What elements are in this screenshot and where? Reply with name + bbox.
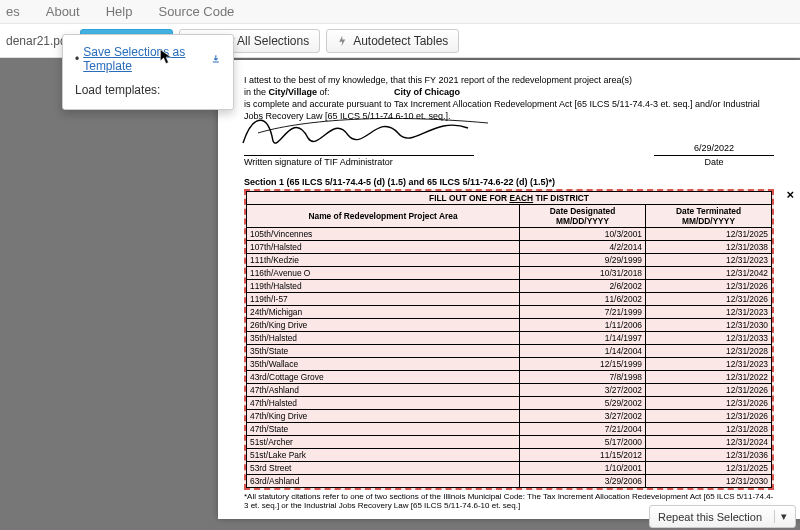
- table-row: 107th/Halsted4/2/201412/31/2038: [247, 240, 772, 253]
- cell-designated: 11/6/2002: [520, 292, 646, 305]
- autodetect-button[interactable]: Autodetect Tables: [326, 29, 459, 53]
- table-row: 105th/Vincennes10/3/200112/31/2025: [247, 227, 772, 240]
- nav-source[interactable]: Source Code: [158, 4, 234, 19]
- cell-designated: 12/15/1999: [520, 357, 646, 370]
- table-row: 35th/Wallace12/15/199912/31/2023: [247, 357, 772, 370]
- nav-help[interactable]: Help: [106, 4, 133, 19]
- pdf-page: I attest to the best of my knowledge, th…: [218, 60, 800, 519]
- cursor-icon: [159, 49, 173, 65]
- cell-name: 116th/Avenue O: [247, 266, 520, 279]
- cell-terminated: 12/31/2028: [646, 422, 772, 435]
- table-row: 43rd/Cottage Grove7/8/199812/31/2022: [247, 370, 772, 383]
- attest-line1: I attest to the best of my knowledge, th…: [244, 74, 774, 86]
- cell-designated: 5/17/2000: [520, 435, 646, 448]
- download-icon: [211, 53, 221, 65]
- table-selection-region[interactable]: FILL OUT ONE FOR EACH TIF DISTRICT Name …: [244, 189, 774, 490]
- cell-designated: 11/15/2012: [520, 448, 646, 461]
- cell-name: 35th/Halsted: [247, 331, 520, 344]
- cell-designated: 4/2/2014: [520, 240, 646, 253]
- table-row: 47th/Ashland3/27/200212/31/2026: [247, 383, 772, 396]
- cell-name: 53rd Street: [247, 461, 520, 474]
- table-title: FILL OUT ONE FOR EACH TIF DISTRICT: [247, 191, 772, 204]
- cell-designated: 1/14/2004: [520, 344, 646, 357]
- cell-designated: 3/27/2002: [520, 383, 646, 396]
- cell-designated: 3/29/2006: [520, 474, 646, 487]
- table-row: 63rd/Ashland3/29/200612/31/2030: [247, 474, 772, 487]
- cell-name: 107th/Halsted: [247, 240, 520, 253]
- repeat-selection-group: Repeat this Selection ▾: [649, 505, 796, 528]
- cell-designated: 3/27/2002: [520, 409, 646, 422]
- templates-dropdown: • Save Selections as Template Load templ…: [62, 34, 234, 110]
- signature-line-label: Written signature of TIF Administrator: [244, 155, 474, 167]
- cell-terminated: 12/31/2024: [646, 435, 772, 448]
- cell-terminated: 12/31/2038: [646, 240, 772, 253]
- signature-area: Written signature of TIF Administrator 6…: [244, 143, 774, 167]
- cell-terminated: 12/31/2030: [646, 318, 772, 331]
- table-row: 119th/I-5711/6/200212/31/2026: [247, 292, 772, 305]
- table-row: 51st/Archer5/17/200012/31/2024: [247, 435, 772, 448]
- cell-terminated: 12/31/2028: [646, 344, 772, 357]
- cell-terminated: 12/31/2023: [646, 305, 772, 318]
- workspace: I attest to the best of my knowledge, th…: [0, 58, 800, 530]
- table-row: 47th/State7/21/200412/31/2028: [247, 422, 772, 435]
- nav-files[interactable]: es: [6, 4, 20, 19]
- cell-terminated: 12/31/2025: [646, 461, 772, 474]
- cell-terminated: 12/31/2026: [646, 396, 772, 409]
- cell-terminated: 12/31/2026: [646, 279, 772, 292]
- load-templates-label: Load templates:: [75, 83, 221, 97]
- cell-terminated: 12/31/2022: [646, 370, 772, 383]
- cell-designated: 1/11/2006: [520, 318, 646, 331]
- cell-designated: 9/29/1999: [520, 253, 646, 266]
- city-name: City of Chicago: [332, 86, 522, 98]
- tif-table: FILL OUT ONE FOR EACH TIF DISTRICT Name …: [246, 191, 772, 488]
- section-1-heading: Section 1 (65 ILCS 5/11-74.4-5 (d) (1.5)…: [244, 177, 774, 187]
- cell-terminated: 12/31/2025: [646, 227, 772, 240]
- cell-name: 35th/Wallace: [247, 357, 520, 370]
- cell-designated: 5/29/2002: [520, 396, 646, 409]
- attest-line2: in the City/Village of: City of Chicago: [244, 86, 774, 98]
- col-designated: Date DesignatedMM/DD/YYYY: [520, 204, 646, 227]
- cell-terminated: 12/31/2026: [646, 383, 772, 396]
- table-row: 35th/Halsted1/14/199712/31/2033: [247, 331, 772, 344]
- table-row: 111th/Kedzie9/29/199912/31/2023: [247, 253, 772, 266]
- cell-name: 24th/Michigan: [247, 305, 520, 318]
- signature-image: [238, 103, 498, 153]
- cell-name: 47th/State: [247, 422, 520, 435]
- caret-down-icon[interactable]: ▾: [774, 510, 787, 523]
- cell-name: 51st/Lake Park: [247, 448, 520, 461]
- top-navbar: es About Help Source Code: [0, 0, 800, 24]
- cell-name: 26th/King Drive: [247, 318, 520, 331]
- cell-name: 119th/I-57: [247, 292, 520, 305]
- cell-name: 63rd/Ashland: [247, 474, 520, 487]
- table-row: 53rd Street1/10/200112/31/2025: [247, 461, 772, 474]
- bullet-icon: •: [75, 52, 79, 66]
- table-row: 47th/King Drive3/27/200212/31/2026: [247, 409, 772, 422]
- cell-designated: 10/3/2001: [520, 227, 646, 240]
- cell-designated: 10/31/2018: [520, 266, 646, 279]
- autodetect-label: Autodetect Tables: [353, 34, 448, 48]
- cell-name: 105th/Vincennes: [247, 227, 520, 240]
- cell-name: 43rd/Cottage Grove: [247, 370, 520, 383]
- signature-date-label: Date: [654, 155, 774, 167]
- cell-terminated: 12/31/2030: [646, 474, 772, 487]
- close-selection-button[interactable]: ×: [786, 187, 794, 202]
- nav-about[interactable]: About: [46, 4, 80, 19]
- table-row: 24th/Michigan7/21/199912/31/2023: [247, 305, 772, 318]
- col-terminated: Date TerminatedMM/DD/YYYY: [646, 204, 772, 227]
- cell-name: 111th/Kedzie: [247, 253, 520, 266]
- repeat-label: Repeat this Selection: [658, 511, 762, 523]
- cell-terminated: 12/31/2023: [646, 253, 772, 266]
- cell-designated: 7/21/2004: [520, 422, 646, 435]
- table-row: 119th/Halsted2/6/200212/31/2026: [247, 279, 772, 292]
- save-template-link[interactable]: Save Selections as Template: [83, 45, 207, 73]
- cell-designated: 7/21/1999: [520, 305, 646, 318]
- cell-terminated: 12/31/2042: [646, 266, 772, 279]
- cell-name: 47th/King Drive: [247, 409, 520, 422]
- cell-designated: 1/10/2001: [520, 461, 646, 474]
- cell-terminated: 12/31/2026: [646, 292, 772, 305]
- cell-name: 47th/Ashland: [247, 383, 520, 396]
- repeat-selection-button[interactable]: Repeat this Selection ▾: [649, 505, 796, 528]
- signature-date-value: 6/29/2022: [654, 143, 774, 153]
- cell-terminated: 12/31/2036: [646, 448, 772, 461]
- table-row: 51st/Lake Park11/15/201212/31/2036: [247, 448, 772, 461]
